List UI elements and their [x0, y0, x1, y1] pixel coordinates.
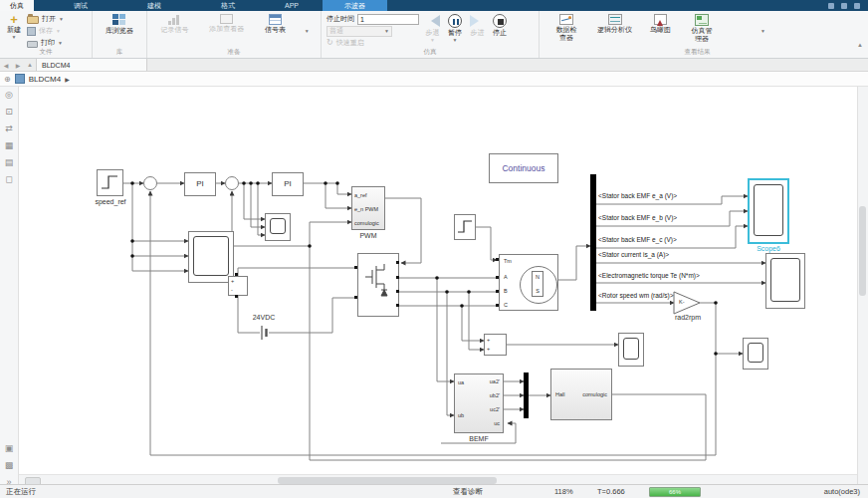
pwm-subsystem-block[interactable]: a_ref e_n PWM comulogic	[351, 186, 385, 230]
pi-controller-current[interactable]: PI	[272, 172, 304, 196]
area-icon[interactable]: ◻	[5, 174, 12, 184]
vertical-scrollbar[interactable]	[857, 87, 868, 487]
bus-selector-block[interactable]	[590, 174, 596, 311]
sum-block-current[interactable]	[225, 176, 239, 190]
port-label: comulogic	[354, 220, 379, 226]
print-button[interactable]: 打印▼	[27, 38, 64, 48]
help-icon[interactable]	[854, 3, 860, 9]
port-label: uc2'	[490, 406, 500, 412]
mux-block[interactable]	[524, 373, 529, 418]
more-results-icon[interactable]: ▼	[760, 29, 765, 33]
block-label: speed_ref	[83, 198, 138, 205]
scope-block[interactable]	[265, 213, 291, 241]
logic-analyzer-button[interactable]: 逻辑分析仪	[595, 13, 634, 35]
hall-decoder-block[interactable]: Hall comulogic	[550, 369, 612, 420]
gain-value: K-	[679, 299, 685, 305]
pi-label: PI	[185, 173, 215, 195]
horizontal-scroll-thumb[interactable]	[278, 477, 497, 484]
printer-icon	[27, 41, 38, 48]
signal-label: <Rotor speed wm (rad/s)>	[598, 292, 674, 299]
nav-up-icon[interactable]: ▲	[24, 59, 36, 71]
step-block[interactable]	[454, 214, 476, 240]
tab-modeling[interactable]: 建模	[137, 0, 171, 11]
pi-controller-speed[interactable]: PI	[184, 172, 216, 196]
step-back-button: 步退 ▼	[423, 13, 442, 43]
step-forward-button: 步进	[468, 13, 487, 38]
scope-block[interactable]	[743, 338, 768, 370]
scope-block[interactable]	[765, 253, 805, 309]
bldc-motor-block[interactable]: Tm A B C m NS	[499, 254, 558, 311]
more-options-icon[interactable]: ▼	[305, 29, 310, 33]
collapse-ribbon-icon[interactable]: ▲	[857, 11, 868, 58]
fit-view-icon[interactable]: ⊡	[5, 107, 13, 117]
stop-time-label: 停止时间	[326, 14, 354, 24]
add-viewer-button: 添加查看器	[207, 13, 246, 34]
status-bar: 正在运行 查看诊断 118% T=0.666 66% auto(ode3)	[0, 484, 868, 498]
view-diagnostics-link[interactable]: 查看诊断	[453, 487, 483, 497]
port-label: B	[504, 288, 508, 294]
model-browser-icon[interactable]: ▣	[5, 443, 14, 453]
scope-block[interactable]	[618, 333, 644, 367]
dc-source-block[interactable]: +-	[228, 276, 248, 296]
property-inspector-icon[interactable]: ▩	[5, 460, 14, 470]
ribbon-tab-strip: 仿真 调试 建模 格式 APP 示波器	[0, 0, 868, 11]
group-label-file: 文件	[0, 48, 92, 57]
zoom-icon[interactable]: ◎	[5, 90, 13, 100]
document-tab[interactable]: BLDCM4	[36, 59, 147, 71]
port-label: Tm	[504, 258, 512, 264]
search-icon[interactable]	[828, 3, 834, 9]
tab-scope[interactable]: 示波器	[323, 0, 387, 11]
data-inspector-button[interactable]: 数据检查器	[551, 13, 581, 42]
log-signals-icon	[168, 14, 181, 25]
birds-eye-button[interactable]: 鸟瞰图	[648, 13, 673, 35]
step-forward-icon	[470, 15, 485, 27]
scope6-block[interactable]	[748, 178, 789, 244]
folder-icon	[27, 16, 39, 24]
signal-table-button[interactable]: 信号表	[263, 13, 288, 35]
stop-icon	[493, 14, 507, 28]
stop-button[interactable]: 停止	[491, 13, 509, 38]
port-label: ua2'	[490, 378, 500, 384]
scope6-label: Scope6	[745, 245, 792, 252]
tab-debug[interactable]: 调试	[64, 0, 98, 11]
library-browser-button[interactable]: 库浏览器	[104, 13, 135, 36]
expand-tree-icon[interactable]: ⊕	[4, 75, 11, 84]
user-icon[interactable]	[841, 3, 847, 9]
breadcrumb-model[interactable]: BLDCM4	[29, 75, 61, 84]
new-icon: +	[10, 14, 18, 25]
ribbon: + 新建 ▼ 打开▼ 保存▼ 打印▼ 文件	[0, 11, 868, 59]
quick-access-toolbar	[828, 0, 868, 11]
fast-restart-button: ↻ 快速重启	[326, 38, 419, 48]
canvas-palette: ◎ ⊡ ⇄ ▦ ▤ ◻ ▣ ▩ »	[0, 87, 19, 487]
solver-name: auto(ode3)	[824, 487, 860, 496]
nav-forward-icon[interactable]: ▶	[12, 59, 24, 71]
vertical-scroll-thumb[interactable]	[859, 206, 866, 296]
document-tab-bar: ◀ ▶ ▲ BLDCM4	[0, 59, 868, 72]
simulation-manager-button[interactable]: 仿真管理器	[687, 13, 717, 43]
step-block-speed-ref[interactable]	[97, 169, 123, 196]
group-label-review: 查看结果	[540, 48, 855, 57]
model-icon	[15, 74, 25, 84]
model-canvas[interactable]: speed_ref PI PI a_ref e_n PWM comulogic …	[19, 87, 857, 487]
new-model-button[interactable]: + 新建 ▼	[5, 13, 23, 40]
signal-routing-icon[interactable]: ⇄	[5, 124, 13, 133]
bemf-subsystem-block[interactable]: ua ub ua2' ub2' uc2' uc	[454, 374, 504, 433]
sum-block-speed[interactable]	[143, 176, 157, 190]
tab-format[interactable]: 格式	[211, 0, 245, 11]
mosfet-bridge-block[interactable]	[357, 253, 399, 317]
add-block[interactable]: ++	[484, 334, 507, 356]
tab-apps[interactable]: APP	[275, 0, 309, 11]
powergui-block[interactable]: Continuous	[489, 153, 558, 183]
fast-restart-icon: ↻	[326, 39, 333, 47]
pause-button[interactable]: 暂停 ▼	[446, 13, 464, 43]
logic-analyzer-icon	[608, 14, 622, 25]
annotation-icon[interactable]: ▦	[5, 140, 14, 150]
group-file: + 新建 ▼ 打开▼ 保存▼ 打印▼ 文件	[0, 11, 93, 58]
image-icon[interactable]: ▤	[5, 157, 14, 167]
open-button[interactable]: 打开▼	[27, 14, 64, 24]
nav-back-icon[interactable]: ◀	[0, 59, 12, 71]
step-back-icon	[425, 15, 440, 27]
zoom-level: 118%	[554, 487, 573, 496]
tab-simulation[interactable]: 仿真	[0, 0, 34, 11]
stop-time-input[interactable]	[357, 14, 419, 25]
